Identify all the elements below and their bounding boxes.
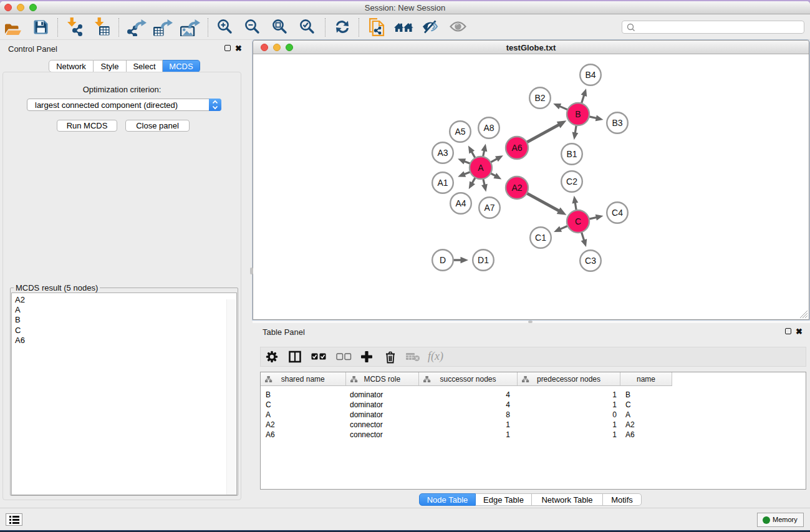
svg-text:A3: A3 bbox=[437, 148, 448, 158]
svg-text:A1: A1 bbox=[437, 178, 448, 188]
svg-text:A5: A5 bbox=[455, 127, 465, 137]
svg-text:C3: C3 bbox=[585, 256, 596, 266]
svg-text:C: C bbox=[575, 216, 581, 226]
svg-text:B4: B4 bbox=[585, 70, 595, 80]
svg-text:A8: A8 bbox=[483, 123, 494, 133]
svg-text:A4: A4 bbox=[455, 198, 466, 208]
svg-text:D1: D1 bbox=[478, 255, 489, 265]
svg-text:B1: B1 bbox=[566, 149, 577, 159]
svg-text:A7: A7 bbox=[484, 203, 494, 213]
svg-text:C4: C4 bbox=[612, 208, 623, 218]
svg-text:B3: B3 bbox=[612, 118, 622, 128]
svg-text:A2: A2 bbox=[511, 183, 522, 193]
svg-text:C2: C2 bbox=[566, 177, 577, 186]
svg-text:A6: A6 bbox=[511, 143, 522, 153]
svg-text:C1: C1 bbox=[535, 233, 546, 243]
svg-text:B: B bbox=[575, 109, 581, 119]
svg-text:A: A bbox=[478, 163, 484, 173]
svg-text:B2: B2 bbox=[534, 93, 545, 103]
svg-text:D: D bbox=[440, 255, 446, 265]
